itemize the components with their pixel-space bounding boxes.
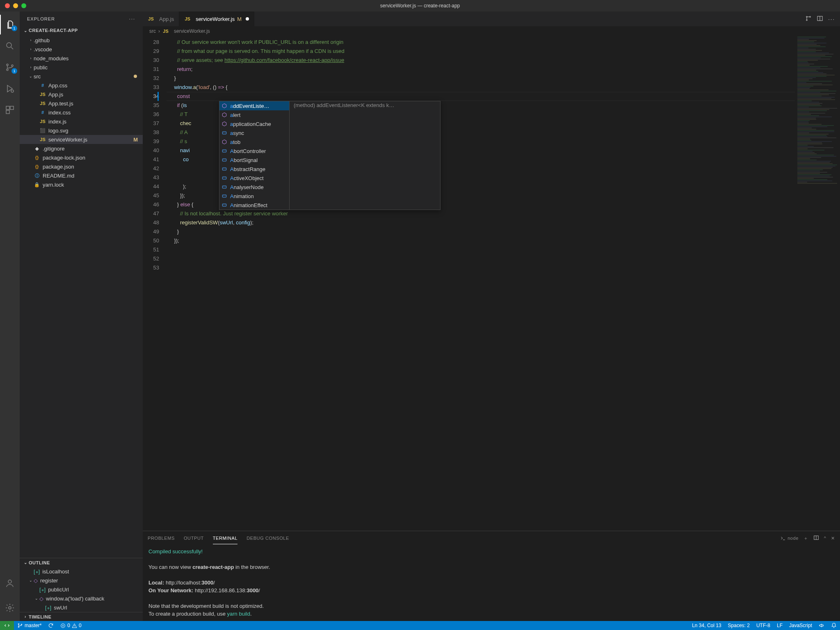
window-maximize-icon[interactable] bbox=[21, 3, 26, 8]
suggestion-AnalyserNode[interactable]: AnalyserNode bbox=[219, 183, 289, 192]
code-editor[interactable]: 2829303132333435363738394041424344454647… bbox=[143, 36, 840, 531]
file-package.json[interactable]: {}package.json bbox=[20, 162, 143, 171]
activity-settings[interactable] bbox=[0, 598, 20, 618]
json-file-icon: {} bbox=[34, 163, 40, 170]
file-.gitignore[interactable]: ◆.gitignore bbox=[20, 144, 143, 153]
svg-rect-19 bbox=[222, 186, 226, 188]
panel-tab-terminal[interactable]: TERMINAL bbox=[213, 532, 237, 544]
svg-rect-17 bbox=[222, 168, 226, 170]
suggestion-applicationCache[interactable]: applicationCache bbox=[219, 119, 289, 128]
panel-tab-debug-console[interactable]: DEBUG CONSOLE bbox=[247, 532, 289, 544]
status-branch[interactable]: master* bbox=[14, 621, 45, 630]
window-minimize-icon[interactable] bbox=[13, 3, 18, 8]
svg-point-2 bbox=[7, 69, 8, 71]
suggestion-AbstractRange[interactable]: AbstractRange bbox=[219, 164, 289, 173]
svg-rect-15 bbox=[222, 150, 226, 152]
title-bar: serviceWorker.js — create-react-app bbox=[0, 0, 840, 11]
svg-rect-6 bbox=[10, 106, 14, 110]
more-icon[interactable]: ··· bbox=[129, 16, 135, 21]
status-indent[interactable]: Spaces: 2 bbox=[725, 623, 753, 628]
terminal-output[interactable]: Compiled successfully! You can now view … bbox=[143, 545, 840, 621]
outline-window-a-load-callback[interactable]: ⌄◇window.a('load') callback bbox=[20, 594, 143, 603]
split-terminal-icon[interactable] bbox=[813, 535, 819, 541]
activity-debug[interactable] bbox=[0, 79, 20, 98]
suggestion-ActiveXObject[interactable]: ActiveXObject bbox=[219, 173, 289, 183]
file-logo.svg[interactable]: ⬛logo.svg bbox=[20, 126, 143, 135]
folder-src[interactable]: ⌄src bbox=[20, 72, 143, 81]
timeline-header[interactable]: › TIMELINE bbox=[20, 612, 143, 621]
outline-register[interactable]: ⌄◇register bbox=[20, 576, 143, 585]
file-App.js[interactable]: JSApp.js bbox=[20, 90, 143, 99]
activity-extensions[interactable] bbox=[0, 100, 20, 120]
svg-point-8 bbox=[8, 580, 11, 583]
window-close-icon[interactable] bbox=[5, 3, 10, 8]
svg-rect-5 bbox=[6, 106, 9, 110]
file-App.css[interactable]: #App.css bbox=[20, 81, 143, 90]
file-serviceWorker.js[interactable]: JSserviceWorker.jsM bbox=[20, 135, 143, 144]
activity-explorer[interactable]: 1 bbox=[0, 15, 20, 34]
file-index.js[interactable]: JSindex.js bbox=[20, 117, 143, 126]
intellisense-popup[interactable]: addEventListe…alertapplicationCacheasync… bbox=[219, 101, 441, 210]
outline-tree: [∘]isLocalhost⌄◇register[∘]publicUrl⌄◇wi… bbox=[20, 567, 143, 612]
activity-search[interactable] bbox=[0, 36, 20, 56]
outline-swUrl[interactable]: [∘]swUrl bbox=[20, 603, 143, 612]
tab-App.js[interactable]: JSApp.js bbox=[143, 11, 179, 26]
folder-node_modules[interactable]: ›node_modules bbox=[20, 54, 143, 63]
status-problems[interactable]: 0 0 bbox=[57, 621, 84, 630]
status-language[interactable]: JavaScript bbox=[786, 623, 815, 628]
folder-root-header[interactable]: ⌄ CREATE-REACT-APP bbox=[20, 26, 143, 35]
outline-isLocalhost[interactable]: [∘]isLocalhost bbox=[20, 567, 143, 576]
file-yarn.lock[interactable]: 🔒yarn.lock bbox=[20, 180, 143, 189]
file-README.md[interactable]: ⓘREADME.md bbox=[20, 171, 143, 180]
activity-bar: 1 1 bbox=[0, 11, 20, 621]
modified-badge: M bbox=[133, 137, 139, 143]
scm-badge: 1 bbox=[11, 68, 17, 74]
editor-tabs: JSApp.jsJSserviceWorker.js M ··· bbox=[143, 11, 840, 26]
more-icon[interactable]: ··· bbox=[828, 16, 835, 22]
folder-public[interactable]: ›public bbox=[20, 63, 143, 72]
outline-header[interactable]: ⌄ OUTLINE bbox=[20, 558, 143, 567]
status-encoding[interactable]: UTF-8 bbox=[753, 623, 774, 628]
close-panel-icon[interactable]: ✕ bbox=[831, 536, 835, 541]
suggestion-atob[interactable]: atob bbox=[219, 137, 289, 146]
suggestion-Animation[interactable]: Animation bbox=[219, 192, 289, 201]
terminal-shell-picker[interactable]: node bbox=[780, 535, 799, 541]
suggestion-async[interactable]: async bbox=[219, 128, 289, 137]
maximize-panel-icon[interactable]: ^ bbox=[824, 536, 826, 541]
file-package-lock.json[interactable]: {}package-lock.json bbox=[20, 153, 143, 162]
symbol-method-icon bbox=[221, 103, 228, 109]
suggestion-addEventListe[interactable]: addEventListe… bbox=[219, 101, 289, 110]
file-index.css[interactable]: #index.css bbox=[20, 108, 143, 117]
suggestion-AbortController[interactable]: AbortController bbox=[219, 146, 289, 155]
activity-scm[interactable]: 1 bbox=[0, 57, 20, 77]
status-eol[interactable]: LF bbox=[774, 623, 786, 628]
file-App.test.js[interactable]: JSApp.test.js bbox=[20, 99, 143, 108]
status-sync[interactable] bbox=[45, 621, 57, 630]
panel-tab-problems[interactable]: PROBLEMS bbox=[148, 532, 175, 544]
tab-serviceWorker.js[interactable]: JSserviceWorker.js M bbox=[179, 11, 254, 26]
status-bell[interactable] bbox=[828, 623, 840, 628]
error-icon bbox=[60, 623, 66, 628]
folder-.github[interactable]: ›.github bbox=[20, 36, 143, 45]
suggestion-alert[interactable]: alert bbox=[219, 110, 289, 119]
chevron-right-icon: › bbox=[28, 38, 34, 42]
chevron-right-icon: › bbox=[28, 65, 34, 69]
status-position[interactable]: Ln 34, Col 13 bbox=[689, 623, 724, 628]
split-editor-icon[interactable] bbox=[817, 15, 823, 23]
suggestion-AnimationEffect[interactable]: AnimationEffect bbox=[219, 201, 289, 210]
minimap[interactable] bbox=[795, 36, 840, 531]
remote-button[interactable] bbox=[0, 621, 14, 630]
folder-.vscode[interactable]: ›.vscode bbox=[20, 45, 143, 54]
panel-tab-output[interactable]: OUTPUT bbox=[184, 532, 204, 544]
chevron-right-icon: › bbox=[28, 56, 34, 60]
svg-point-24 bbox=[18, 626, 19, 627]
compare-icon[interactable] bbox=[805, 15, 812, 23]
suggestion-AbortSignal[interactable]: AbortSignal bbox=[219, 155, 289, 164]
svg-file-icon: ⬛ bbox=[39, 127, 46, 134]
activity-account[interactable] bbox=[0, 573, 20, 593]
js-file-icon: JS bbox=[148, 16, 154, 22]
outline-publicUrl[interactable]: [∘]publicUrl bbox=[20, 585, 143, 594]
breadcrumb[interactable]: src› JS serviceWorker.js bbox=[143, 26, 840, 36]
status-feedback[interactable] bbox=[815, 623, 828, 628]
new-terminal-icon[interactable]: ＋ bbox=[803, 535, 808, 541]
